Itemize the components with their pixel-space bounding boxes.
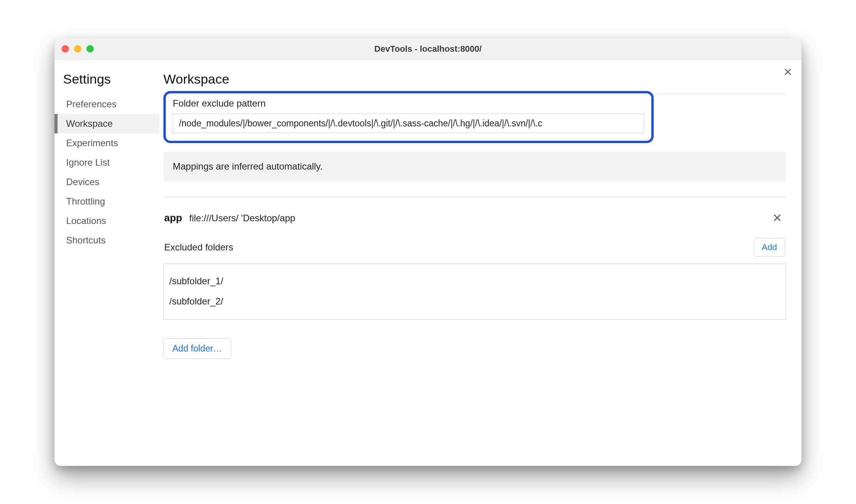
excluded-folders-label: Excluded folders <box>164 242 233 253</box>
sidebar-item-label: Shortcuts <box>66 235 105 245</box>
sidebar-title: Settings <box>54 72 160 94</box>
add-excluded-button[interactable]: Add <box>754 238 785 257</box>
settings-sidebar: Settings Preferences Workspace Experimen… <box>54 60 160 466</box>
window-title: DevTools - localhost:8000/ <box>374 44 482 54</box>
folder-name: app <box>164 212 182 224</box>
exclude-pattern-label: Folder exclude pattern <box>173 98 644 109</box>
mappings-info: Mappings are inferred automatically. <box>163 152 786 181</box>
excluded-folder-item[interactable]: /subfolder_1/ <box>169 271 780 291</box>
sidebar-item-label: Preferences <box>66 99 116 109</box>
sidebar-item-ignore-list[interactable]: Ignore List <box>54 153 160 172</box>
sidebar-item-label: Ignore List <box>66 157 110 168</box>
sidebar-item-devices[interactable]: Devices <box>54 172 160 192</box>
excluded-folders-list: /subfolder_1/ /subfolder_2/ <box>163 264 786 320</box>
sidebar-item-experiments[interactable]: Experiments <box>54 133 160 153</box>
exclude-pattern-section: Folder exclude pattern <box>163 91 654 143</box>
exclude-pattern-input[interactable] <box>173 114 644 133</box>
excluded-folder-item[interactable]: /subfolder_2/ <box>169 291 780 312</box>
workspace-folder-row: app file:///Users/ 'Desktop/app ✕ <box>163 212 786 224</box>
close-icon[interactable]: ✕ <box>783 67 792 78</box>
devtools-window: DevTools - localhost:8000/ ✕ Settings Pr… <box>54 38 802 466</box>
page-title: Workspace <box>163 72 786 87</box>
main-panel: Workspace Folder exclude pattern Mapping… <box>160 60 802 466</box>
add-folder-button[interactable]: Add folder… <box>163 338 231 359</box>
sidebar-item-label: Workspace <box>66 118 113 129</box>
sidebar-item-workspace[interactable]: Workspace <box>54 114 160 133</box>
traffic-lights <box>61 45 94 52</box>
sidebar-item-locations[interactable]: Locations <box>54 211 160 231</box>
window-zoom-button[interactable] <box>86 45 94 52</box>
sidebar-item-label: Locations <box>66 215 106 226</box>
window-minimize-button[interactable] <box>74 45 81 52</box>
titlebar: DevTools - localhost:8000/ <box>54 38 802 60</box>
divider <box>163 197 786 197</box>
sidebar-item-label: Experiments <box>66 138 118 148</box>
sidebar-item-shortcuts[interactable]: Shortcuts <box>54 231 160 250</box>
content-area: ✕ Settings Preferences Workspace Experim… <box>54 60 802 466</box>
sidebar-item-label: Devices <box>66 177 99 187</box>
excluded-folders-header: Excluded folders Add <box>163 238 786 257</box>
sidebar-item-throttling[interactable]: Throttling <box>54 192 160 211</box>
window-close-button[interactable] <box>61 45 69 52</box>
folder-path: file:///Users/ 'Desktop/app <box>189 213 295 224</box>
sidebar-item-preferences[interactable]: Preferences <box>54 94 160 114</box>
remove-folder-icon[interactable]: ✕ <box>772 212 785 224</box>
sidebar-item-label: Throttling <box>66 196 105 206</box>
